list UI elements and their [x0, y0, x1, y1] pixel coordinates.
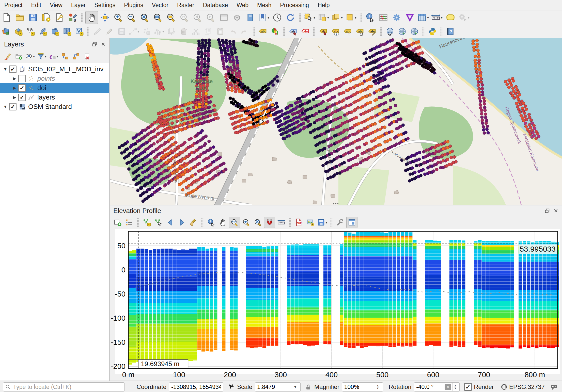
magnifier-spin-arrows[interactable]: ▲▼	[375, 383, 381, 391]
rotation-spin[interactable]: ✕ ▲▼	[414, 382, 460, 391]
new-mesh-layer-button[interactable]: *	[61, 26, 73, 37]
expand-arrow-icon[interactable]: ▶	[11, 85, 18, 91]
filter-by-expression-button[interactable]: ε▾	[48, 51, 59, 62]
enable-snapping-button[interactable]	[264, 217, 275, 228]
export-as-image-button[interactable]	[305, 217, 316, 228]
zoom-x-axis-button[interactable]	[229, 217, 240, 228]
close-profile-icon[interactable]	[552, 207, 559, 214]
new-map-view-button[interactable]	[217, 11, 230, 24]
move-label-button[interactable]: abc	[342, 26, 353, 37]
add-wms-layer-button[interactable]	[396, 26, 408, 37]
dropdown-arrow-icon[interactable]: ▾	[441, 16, 443, 20]
new-temporary-scratch-layer-button[interactable]: *	[37, 26, 49, 37]
nudge-left-button[interactable]	[165, 217, 176, 228]
rotation-spin-arrows[interactable]: ▲▼	[452, 383, 458, 391]
zoom-to-layer-button[interactable]	[151, 11, 164, 24]
refresh-map-button[interactable]	[284, 11, 297, 24]
menu-settings[interactable]: Settings	[90, 2, 120, 9]
show-hide-labels-button[interactable]: abc	[330, 26, 341, 37]
menu-edit[interactable]: Edit	[27, 2, 46, 9]
export-results-button[interactable]: ▾	[317, 217, 328, 228]
dropdown-arrow-icon[interactable]: ▾	[341, 16, 343, 20]
extents-icon[interactable]	[227, 383, 235, 390]
new-3d-map-view-button[interactable]	[231, 11, 243, 24]
collapse-arrow-icon[interactable]: ▼	[2, 104, 9, 109]
layer-label[interactable]: points	[37, 75, 55, 83]
scale-dropdown-icon[interactable]: ▼	[292, 383, 299, 391]
metasearch-button[interactable]	[384, 26, 396, 37]
layer-checkbox[interactable]: ✓	[18, 84, 26, 92]
open-layer-styling-button[interactable]	[2, 51, 13, 62]
add-wfs-layer-button[interactable]	[409, 26, 420, 37]
toggle-unplaced-labels-button[interactable]: abc	[299, 26, 311, 37]
rotation-input[interactable]	[414, 384, 445, 390]
zoom-out-button[interactable]	[125, 11, 138, 24]
temporal-controller-button[interactable]	[271, 11, 284, 24]
data-source-manager-button[interactable]	[0, 26, 12, 37]
add-group-button[interactable]	[13, 51, 24, 62]
deselect-current-layer-button[interactable]: ▾	[344, 11, 357, 24]
zoom-in-button[interactable]	[112, 11, 124, 24]
style-manager-button[interactable]: a	[66, 11, 79, 24]
processing-toolbox-button[interactable]	[390, 11, 403, 24]
expand-arrow-icon[interactable]: ▶	[11, 95, 18, 100]
zoom-full-button[interactable]	[252, 217, 263, 228]
identify-features-button[interactable]: i	[206, 217, 217, 228]
layer-label[interactable]: layers	[37, 93, 55, 101]
spatial-bookmarks-button[interactable]: ▾	[257, 11, 270, 24]
elevation-profile-chart[interactable]: 53.99503319.693945 m500-50-100-150-2000 …	[110, 229, 562, 381]
save-project-button[interactable]	[27, 11, 39, 24]
open-project-button[interactable]	[13, 11, 26, 24]
add-layers-button[interactable]	[112, 217, 123, 228]
scale-input[interactable]	[255, 384, 292, 390]
capture-curve-button[interactable]: *	[141, 217, 152, 228]
capture-curve-from-feature-button[interactable]	[153, 217, 164, 228]
nudge-right-button[interactable]	[176, 217, 188, 228]
layer-item-layers[interactable]: ▶✓layers	[0, 93, 109, 102]
dropdown-arrow-icon[interactable]: ▾	[355, 16, 356, 20]
new-geopackage-layer-button[interactable]: *	[12, 26, 24, 37]
measure-distances-button[interactable]	[276, 217, 287, 228]
menu-raster[interactable]: Raster	[173, 2, 199, 9]
dock-elevation-profile-button[interactable]	[346, 217, 357, 228]
map-tips-button[interactable]	[444, 11, 457, 24]
open-attribute-table-button[interactable]: ▾	[417, 11, 430, 24]
menu-plugins[interactable]: Plugins	[120, 2, 147, 9]
layer-label[interactable]: doi	[37, 84, 46, 92]
menu-view[interactable]: View	[45, 2, 67, 9]
python-console-button[interactable]	[427, 26, 438, 37]
coordinate-input[interactable]	[169, 384, 223, 390]
menu-processing[interactable]: Processing	[276, 2, 313, 9]
dropdown-arrow-icon[interactable]: ▾	[427, 16, 429, 20]
pan-button[interactable]	[217, 217, 228, 228]
menu-database[interactable]: Database	[199, 2, 232, 9]
layer-item-osm-standard[interactable]: ▼✓OSM Standard	[0, 102, 109, 111]
messages-icon[interactable]	[550, 383, 557, 390]
options-button[interactable]	[335, 217, 346, 228]
dropdown-arrow-icon[interactable]: ▾	[468, 16, 470, 20]
rotate-label-button[interactable]: abc	[354, 26, 366, 37]
layer-diagram-options-button[interactable]	[269, 26, 281, 37]
identify-features-button[interactable]: i	[364, 11, 377, 24]
menu-help[interactable]: Help	[313, 2, 334, 9]
layer-labeling-options-button[interactable]: abc	[257, 26, 269, 37]
locator-box[interactable]	[3, 382, 124, 391]
dropdown-arrow-icon[interactable]: ▾	[45, 55, 46, 58]
collapse-all-button[interactable]	[71, 51, 82, 62]
pan-to-selection-button[interactable]	[99, 11, 111, 24]
map-canvas[interactable]: HaurshovedKasmoseSkovRøjle NynaveRegion …	[110, 38, 562, 205]
zoom-to-selection-button[interactable]	[165, 11, 177, 24]
dropdown-arrow-icon[interactable]: ▾	[137, 30, 139, 34]
close-panel-icon[interactable]	[100, 41, 107, 48]
elevation-profile-button[interactable]	[244, 11, 257, 24]
dropdown-arrow-icon[interactable]: ▾	[314, 16, 315, 20]
coordinate-field[interactable]	[169, 382, 223, 391]
new-spatialite-layer-button[interactable]: *	[49, 26, 61, 37]
highlight-pinned-labels-button[interactable]: ab	[287, 26, 299, 37]
change-label-properties-button[interactable]: abc	[366, 26, 378, 37]
float-panel-icon[interactable]	[91, 41, 98, 48]
new-print-layout-button[interactable]	[40, 11, 53, 24]
menu-mesh[interactable]: Mesh	[253, 2, 276, 9]
render-checkbox[interactable]: ✓	[464, 383, 472, 391]
magnifier-spin[interactable]: ▲▼	[342, 382, 383, 391]
